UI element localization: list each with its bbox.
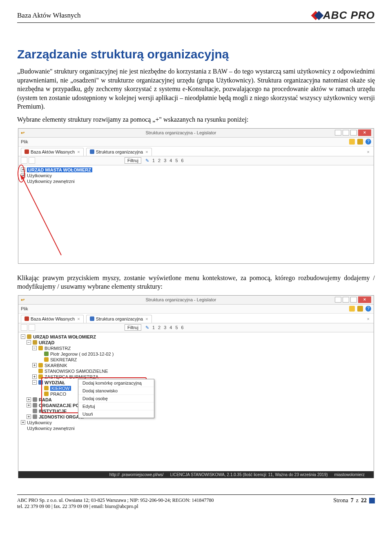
- tree-node[interactable]: Piotr Jegorow ( od 2013-12-02 ): [21, 351, 371, 357]
- screenshot-2: ↩ Struktura organizacyjna - Legislator ×…: [18, 295, 374, 478]
- app-toolbar: Filtruj ✎ 1 2 3 4 5 6: [18, 323, 374, 332]
- tree-node-uzytkownicy[interactable]: + Użytkownicy: [21, 173, 371, 178]
- icon-help[interactable]: ?: [365, 306, 371, 312]
- tool-icon-2[interactable]: [29, 157, 35, 164]
- tree-node-label: STANOWISKO SAMODZIELNE: [45, 369, 108, 374]
- maximize-icon[interactable]: [350, 297, 357, 303]
- tree-node[interactable]: −URZĄD MIASTA WOŁOMIERZ: [21, 334, 371, 340]
- collapse-icon[interactable]: −: [32, 346, 37, 350]
- tab-label: Struktura organizacyjna: [96, 316, 143, 321]
- icon-help[interactable]: ?: [365, 139, 371, 145]
- screenshot-1: ↩ Struktura organizacyjna - Legislator ×…: [18, 128, 374, 264]
- expand-icon[interactable]: +: [27, 397, 31, 402]
- tree-node[interactable]: STANOWISKO SAMODZIELNE: [21, 368, 371, 374]
- menu-dodaj-komorke[interactable]: Dodaj komórkę organizacyjną: [78, 379, 154, 387]
- tab-baza-aktow[interactable]: Baza Aktów Własnych ×: [21, 315, 84, 323]
- tree-node[interactable]: +SKARBNIK: [21, 363, 371, 368]
- expand-icon[interactable]: +: [32, 363, 37, 367]
- unit-icon: [33, 397, 37, 402]
- minimize-icon[interactable]: [343, 297, 349, 303]
- level-5[interactable]: 5: [175, 325, 178, 330]
- level-2[interactable]: 2: [158, 158, 160, 163]
- tool-icon-1[interactable]: [21, 324, 27, 331]
- close-icon[interactable]: ×: [358, 296, 371, 303]
- icon-folder[interactable]: [349, 306, 355, 312]
- app-titlebar: ↩ Struktura organizacyjna - Legislator ×: [18, 129, 374, 138]
- menu-plik[interactable]: Plik: [21, 139, 28, 144]
- collapse-icon[interactable]: −: [27, 340, 31, 345]
- toolbar-right-icons: ?: [349, 306, 371, 312]
- edit-icon[interactable]: ✎: [145, 325, 149, 330]
- expand-icon[interactable]: +: [21, 420, 25, 425]
- tool-icon-1[interactable]: [21, 157, 27, 164]
- minimize-icon[interactable]: [343, 130, 349, 136]
- expand-icon[interactable]: +: [27, 414, 31, 419]
- level-6[interactable]: 6: [181, 158, 184, 163]
- level-2[interactable]: 2: [158, 325, 160, 330]
- tab-baza-aktow[interactable]: Baza Aktów Własnych ×: [21, 148, 84, 156]
- expand-icon[interactable]: +: [27, 403, 31, 407]
- tab-close-icon[interactable]: ×: [77, 316, 80, 321]
- unit-icon: [33, 409, 37, 413]
- app-titlebar: ↩ Struktura organizacyjna - Legislator ×: [18, 296, 374, 305]
- level-1[interactable]: 1: [152, 158, 155, 163]
- tab-icon: [90, 149, 94, 154]
- tab-struktura[interactable]: Struktura organizacyjna ×: [86, 315, 152, 323]
- tree-node-label: URZĄD MIASTA WOŁOMIERZ: [27, 167, 92, 172]
- document-header: Baza Aktów Własnych ABC PRO: [17, 9, 375, 23]
- unit-icon: [33, 414, 37, 419]
- org-icon: [38, 369, 43, 373]
- status-user: miastowolomierz: [334, 472, 365, 477]
- close-all-tabs-icon[interactable]: ×: [367, 316, 371, 321]
- status-url: http:// .prawomiejscowe.pl/ws/: [109, 472, 164, 477]
- help-icon[interactable]: [335, 130, 341, 136]
- level-4[interactable]: 4: [169, 325, 172, 330]
- close-all-tabs-icon[interactable]: ×: [367, 149, 371, 154]
- collapse-icon[interactable]: −: [32, 380, 37, 385]
- paragraph-1: „Budowanie" struktury organizacyjnej nie…: [17, 67, 375, 111]
- filter-button[interactable]: Filtruj: [125, 324, 141, 331]
- level-5[interactable]: 5: [175, 158, 178, 163]
- tree-node[interactable]: SEKRETARZ: [21, 357, 371, 363]
- document-footer: ABC PRO Sp. z o.o. ul. Owsiana 12; 03-82…: [17, 494, 375, 510]
- tab-close-icon[interactable]: ×: [145, 149, 148, 154]
- menu-usun[interactable]: Usuń: [78, 410, 154, 418]
- tree-node[interactable]: +JEDNOSTKI ORGANI: [21, 414, 371, 420]
- tree-view: + URZĄD MIASTA WOŁOMIERZ + Użytkownicy U…: [18, 165, 374, 263]
- tree-node[interactable]: −URZĄD: [21, 340, 371, 345]
- tab-struktura[interactable]: Struktura organizacyjna ×: [86, 148, 152, 156]
- level-3[interactable]: 3: [164, 325, 166, 330]
- expand-icon[interactable]: +: [32, 374, 37, 379]
- icon-folder[interactable]: [349, 139, 355, 145]
- tab-close-icon[interactable]: ×: [145, 316, 148, 321]
- level-6[interactable]: 6: [181, 325, 184, 330]
- level-4[interactable]: 4: [169, 158, 172, 163]
- edit-icon[interactable]: ✎: [145, 158, 149, 163]
- tree-node-label: JEDNOSTKI ORGANI: [39, 414, 84, 419]
- tree-node[interactable]: −BURMISTRZ: [21, 345, 371, 351]
- app-menubar: Plik ?: [18, 305, 374, 314]
- tool-icon-2[interactable]: [29, 324, 35, 331]
- menu-edytuj[interactable]: Edytuj: [78, 403, 154, 410]
- tree-node-urzad-miasta[interactable]: + URZĄD MIASTA WOŁOMIERZ: [21, 167, 371, 173]
- menu-dodaj-osobe[interactable]: Dodaj osobę: [78, 395, 154, 403]
- tab-close-icon[interactable]: ×: [77, 149, 80, 154]
- person-icon: [44, 352, 49, 356]
- filter-button[interactable]: Filtruj: [125, 157, 141, 164]
- back-arrow-icon[interactable]: ↩: [21, 297, 24, 303]
- level-1[interactable]: 1: [152, 325, 155, 330]
- close-icon[interactable]: ×: [358, 129, 371, 136]
- collapse-icon[interactable]: −: [21, 334, 25, 339]
- context-menu: Dodaj komórkę organizacyjną Dodaj stanow…: [78, 379, 154, 418]
- tree-node[interactable]: Użytkownicy zewnętrzni: [21, 425, 371, 431]
- menu-plik[interactable]: Plik: [21, 306, 28, 311]
- tree-node[interactable]: +Użytkownicy: [21, 420, 371, 425]
- icon-shield[interactable]: [357, 306, 363, 312]
- help-icon[interactable]: [335, 297, 341, 303]
- icon-shield[interactable]: [357, 139, 363, 145]
- level-3[interactable]: 3: [164, 158, 166, 163]
- maximize-icon[interactable]: [350, 130, 357, 136]
- back-arrow-icon[interactable]: ↩: [21, 130, 24, 136]
- tree-node-uzytkownicy-zew[interactable]: Użytkownicy zewnętrzni: [21, 178, 371, 184]
- menu-dodaj-stanowisko[interactable]: Dodaj stanowisko: [78, 387, 154, 395]
